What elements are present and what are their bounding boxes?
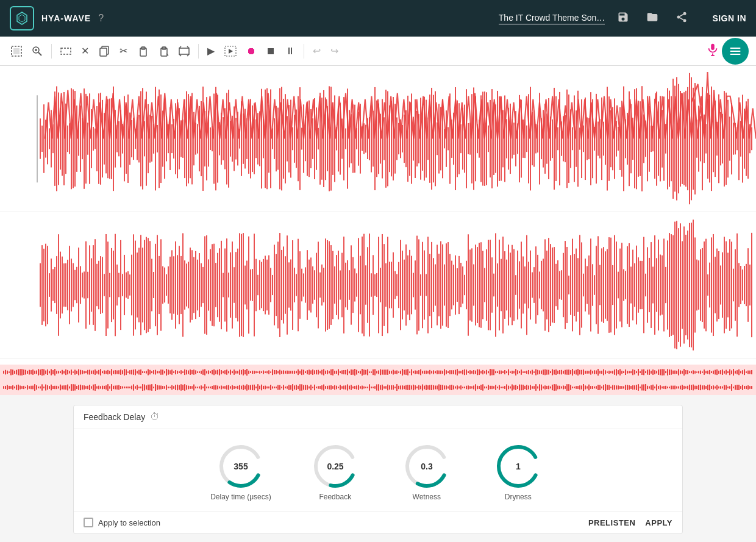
microphone-button[interactable]: [706, 43, 719, 59]
svg-line-10: [38, 52, 41, 55]
save-button[interactable]: [612, 9, 634, 29]
svg-point-3: [677, 15, 680, 18]
svg-marker-1: [19, 15, 25, 22]
stop-button[interactable]: ⏹: [262, 43, 279, 59]
effect-name-label: Feedback Delay: [84, 412, 145, 422]
effect-footer: Apply to selection PRELISTEN APPLY: [74, 511, 682, 533]
prelisten-button[interactable]: PRELISTEN: [588, 518, 635, 527]
clock-icon: ⏱: [150, 412, 160, 423]
svg-line-5: [680, 18, 684, 20]
svg-rect-15: [100, 48, 107, 56]
svg-line-6: [680, 14, 684, 16]
apply-button[interactable]: APPLY: [645, 518, 672, 527]
deselect-tool[interactable]: ✕: [77, 43, 93, 59]
effect-body: 355 Delay time (μsecs) 0.25 Feedback: [74, 429, 682, 511]
play-button[interactable]: ▶: [204, 43, 218, 59]
apply-selection-label: Apply to selection: [98, 518, 160, 527]
play-region-button[interactable]: [221, 43, 240, 59]
svg-rect-28: [711, 44, 715, 50]
folder-button[interactable]: [641, 9, 663, 29]
apply-selection-group: Apply to selection: [84, 518, 160, 527]
select-all-tool[interactable]: [7, 43, 26, 59]
feedback-label: Feedback: [319, 493, 351, 501]
dryness-label: Dryness: [505, 493, 532, 501]
effect-header: Feedback Delay ⏱: [74, 405, 682, 429]
share-button[interactable]: [671, 9, 693, 29]
waveform-track-1[interactable]: /* generated via template */: [0, 66, 756, 212]
help-icon[interactable]: ?: [98, 13, 104, 24]
svg-point-2: [683, 12, 686, 15]
feedback-knob-group: 0.25 Feedback: [308, 439, 363, 501]
trim-tool[interactable]: [175, 43, 193, 59]
svg-text:355: 355: [234, 462, 248, 471]
dryness-knob[interactable]: 1: [491, 439, 546, 488]
record-button[interactable]: ⏺: [243, 43, 260, 59]
svg-rect-8: [13, 48, 20, 54]
footer-actions: PRELISTEN APPLY: [588, 518, 672, 527]
svg-rect-13: [61, 48, 71, 54]
app-logo: [10, 6, 34, 30]
feedback-knob[interactable]: 0.25: [308, 439, 363, 488]
undo-button[interactable]: ↩: [309, 43, 324, 59]
toolbar: ✕ ✂ ▶ ⏺ ⏹ ⏸ ↩ ↪: [0, 37, 756, 66]
wetness-knob[interactable]: 0.3: [399, 439, 454, 488]
apply-selection-checkbox[interactable]: [84, 518, 93, 527]
waveform-main[interactable]: /* generated via template */: [0, 66, 756, 365]
delay-time-knob-group: 355 Delay time (μsecs): [210, 439, 271, 501]
song-title: The IT Crowd Theme Son…: [499, 13, 605, 24]
wetness-knob-group: 0.3 Wetness: [399, 439, 454, 501]
effect-panel: Feedback Delay ⏱ 355 Delay time (μsecs): [73, 405, 683, 534]
sign-in-button[interactable]: SIGN IN: [712, 13, 746, 23]
svg-text:0.25: 0.25: [327, 462, 343, 471]
wetness-label: Wetness: [413, 493, 441, 501]
track2-canvas: [0, 212, 756, 358]
delay-time-label: Delay time (μsecs): [210, 493, 271, 501]
svg-text:0.3: 0.3: [421, 462, 433, 471]
select-region-tool[interactable]: [57, 43, 75, 59]
app-header: HYA-WAVE ? The IT Crowd Theme Son… SIGN …: [0, 0, 756, 37]
waveform-mini[interactable]: [0, 365, 756, 395]
cut-tool[interactable]: ✂: [116, 43, 131, 59]
delay-time-knob[interactable]: 355: [213, 439, 268, 488]
svg-marker-27: [229, 49, 233, 54]
pause-button[interactable]: ⏸: [282, 43, 299, 59]
mini-canvas: [0, 365, 756, 395]
paste-special-tool[interactable]: [154, 43, 173, 59]
svg-point-4: [683, 19, 686, 22]
svg-text:1: 1: [516, 462, 521, 471]
paste-tool[interactable]: [134, 43, 152, 59]
waveform-container: /* generated via template */: [0, 66, 756, 395]
zoom-tool[interactable]: [28, 43, 46, 59]
svg-rect-21: [179, 48, 189, 54]
svg-marker-0: [17, 12, 27, 24]
waveform-track-2[interactable]: [0, 212, 756, 358]
copy-tool[interactable]: [95, 43, 113, 59]
track1-canvas: [0, 66, 756, 212]
redo-button[interactable]: ↪: [327, 43, 342, 59]
app-name-label: HYA-WAVE: [41, 13, 91, 23]
dryness-knob-group: 1 Dryness: [491, 439, 546, 501]
settings-button[interactable]: [722, 38, 749, 65]
